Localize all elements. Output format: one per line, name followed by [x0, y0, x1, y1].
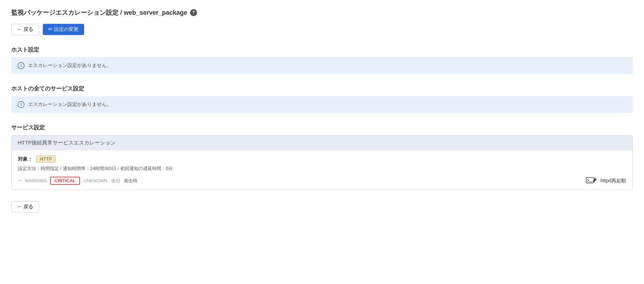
service-card: HTTP接続異常サービスエスカレーション 対象： HTTP 設定方法：時間指定 … — [11, 135, 633, 190]
service-card-header: HTTP接続異常サービスエスカレーション — [12, 135, 632, 150]
edit-settings-button[interactable]: ✏ 設定の変更 — [43, 24, 84, 35]
target-label: 対象： — [18, 156, 33, 162]
service-card-body: 対象： HTTP 設定方法：時間指定 / 通知時間帯：24時間365日 / 初回… — [12, 150, 632, 190]
help-icon[interactable]: ? — [190, 9, 197, 16]
page-header: 監視パッケージエスカレーション設定 / web_server_package ? — [11, 8, 633, 17]
host-all-services-empty-message: エスカレーション設定がありません。 — [28, 101, 111, 108]
host-settings-empty-box: i エスカレーション設定がありません。 — [11, 57, 633, 74]
status-unknown: UNKNOWN — [83, 178, 108, 183]
info-icon-host: i — [18, 62, 25, 69]
warning-label: WARNING — [25, 178, 47, 183]
toolbar: ← 戻る ✏ 設定の変更 — [11, 24, 633, 35]
config-row: 設定方法：時間指定 / 通知時間帯：24時間365日 / 初回通知の遅延時間：0… — [18, 165, 626, 172]
host-all-services-title: ホストの全てのサービス設定 — [11, 85, 633, 93]
target-row: 対象： HTTP — [18, 155, 626, 163]
bottom-toolbar: ← 戻る — [11, 201, 633, 212]
action-label: httpd再起動 — [601, 178, 626, 184]
action-area: httpd再起動 — [586, 177, 626, 185]
status-recovery: 復旧 — [111, 178, 120, 184]
status-warning: 〜 WARNING — [18, 178, 47, 184]
service-settings-title: サービス設定 — [11, 124, 633, 131]
host-settings-empty-message: エスカレーション設定がありません。 — [28, 62, 111, 69]
status-row: 〜 WARNING CRITICAL UNKNOWN 復旧 発生時 — [18, 177, 626, 185]
host-settings-title: ホスト設定 — [11, 46, 633, 54]
terminal-action-icon — [586, 177, 598, 185]
back-button-top[interactable]: ← 戻る — [11, 24, 39, 35]
host-all-services-empty-box: i エスカレーション設定がありません。 — [11, 96, 633, 113]
page-title: 監視パッケージエスカレーション設定 / web_server_package — [11, 8, 187, 17]
status-occurrence: 発生時 — [124, 178, 137, 184]
wave-icon: 〜 — [18, 178, 23, 184]
target-value-tag: HTTP — [36, 155, 56, 163]
info-icon-host-all: i — [18, 101, 25, 108]
status-critical: CRITICAL — [50, 177, 80, 185]
host-all-services-section: ホストの全てのサービス設定 i エスカレーション設定がありません。 — [11, 85, 633, 113]
service-settings-section: サービス設定 HTTP接続異常サービスエスカレーション 対象： HTTP 設定方… — [11, 124, 633, 190]
host-settings-section: ホスト設定 i エスカレーション設定がありません。 — [11, 46, 633, 74]
back-button-bottom[interactable]: ← 戻る — [11, 201, 39, 212]
